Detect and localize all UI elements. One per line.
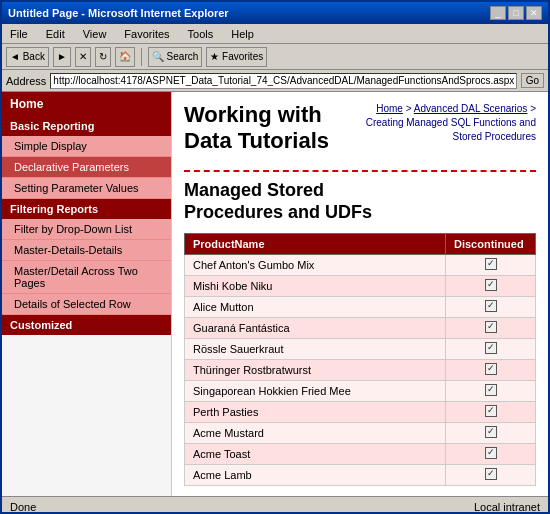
discontinued-cell <box>446 444 536 465</box>
product-name-cell: Perth Pasties <box>185 402 446 423</box>
discontinued-checkbox[interactable] <box>485 300 497 312</box>
window-title: Untitled Page - Microsoft Internet Explo… <box>8 7 229 19</box>
product-name-cell: Thüringer Rostbratwurst <box>185 360 446 381</box>
sidebar-item-master-detail-two-pages[interactable]: Master/Detail Across Two Pages <box>2 261 171 294</box>
refresh-button[interactable]: ↻ <box>95 47 111 67</box>
status-text: Done <box>10 501 36 513</box>
table-row: Rössle Sauerkraut <box>185 339 536 360</box>
sidebar-item-declarative-params[interactable]: Declarative Parameters <box>2 157 171 178</box>
sidebar-item-filter-dropdown[interactable]: Filter by Drop-Down List <box>2 219 171 240</box>
menu-help[interactable]: Help <box>227 27 258 41</box>
product-name-cell: Rössle Sauerkraut <box>185 339 446 360</box>
menu-bar: File Edit View Favorites Tools Help <box>2 24 548 44</box>
sidebar-home[interactable]: Home <box>2 92 171 116</box>
status-bar: Done Local intranet <box>2 496 548 514</box>
menu-view[interactable]: View <box>79 27 111 41</box>
back-button[interactable]: ◄ Back <box>6 47 49 67</box>
discontinued-checkbox[interactable] <box>485 321 497 333</box>
discontinued-cell <box>446 402 536 423</box>
product-name-cell: Acme Mustard <box>185 423 446 444</box>
close-button[interactable]: ✕ <box>526 6 542 20</box>
table-row: Acme Toast <box>185 444 536 465</box>
product-name-cell: Mishi Kobe Niku <box>185 276 446 297</box>
content-area: Working with Data Tutorials Home > Advan… <box>172 92 548 496</box>
sidebar-item-master-details[interactable]: Master-Details-Details <box>2 240 171 261</box>
product-name-cell: Acme Lamb <box>185 465 446 486</box>
sidebar-item-setting-params[interactable]: Setting Parameter Values <box>2 178 171 199</box>
breadcrumb-arrow2: > <box>530 103 536 114</box>
product-name-cell: Alice Mutton <box>185 297 446 318</box>
table-row: Perth Pasties <box>185 402 536 423</box>
discontinued-checkbox[interactable] <box>485 342 497 354</box>
discontinued-cell <box>446 318 536 339</box>
discontinued-cell <box>446 381 536 402</box>
menu-favorites[interactable]: Favorites <box>120 27 173 41</box>
window-controls[interactable]: _ □ ✕ <box>490 6 542 20</box>
sidebar-section-filtering: Filtering Reports <box>2 199 171 219</box>
product-name-cell: Guaraná Fantástica <box>185 318 446 339</box>
col-header-discontinued: Discontinued <box>446 234 536 255</box>
page-main-title: Managed Stored Procedures and UDFs <box>184 180 384 223</box>
discontinued-checkbox[interactable] <box>485 405 497 417</box>
discontinued-checkbox[interactable] <box>485 447 497 459</box>
discontinued-cell <box>446 465 536 486</box>
discontinued-cell <box>446 423 536 444</box>
table-row: Singaporean Hokkien Fried Mee <box>185 381 536 402</box>
product-name-cell: Acme Toast <box>185 444 446 465</box>
title-bar: Untitled Page - Microsoft Internet Explo… <box>2 2 548 24</box>
sidebar-item-simple-display[interactable]: Simple Display <box>2 136 171 157</box>
address-bar: Address Go <box>2 70 548 92</box>
sidebar-section-basic: Basic Reporting <box>2 116 171 136</box>
zone-text: Local intranet <box>474 501 540 513</box>
minimize-button[interactable]: _ <box>490 6 506 20</box>
discontinued-checkbox[interactable] <box>485 279 497 291</box>
products-table: ProductName Discontinued Chef Anton's Gu… <box>184 233 536 486</box>
breadcrumb-current: Creating Managed SQL Functions and Store… <box>366 117 536 142</box>
toolbar: ◄ Back ► ✕ ↻ 🏠 🔍 Search ★ Favorites <box>2 44 548 70</box>
breadcrumb-home[interactable]: Home <box>376 103 403 114</box>
go-button[interactable]: Go <box>521 73 544 88</box>
toolbar-separator <box>141 48 142 66</box>
favorites-button[interactable]: ★ Favorites <box>206 47 267 67</box>
discontinued-checkbox[interactable] <box>485 363 497 375</box>
discontinued-cell <box>446 360 536 381</box>
discontinued-checkbox[interactable] <box>485 468 497 480</box>
maximize-button[interactable]: □ <box>508 6 524 20</box>
table-row: Mishi Kobe Niku <box>185 276 536 297</box>
col-header-productname: ProductName <box>185 234 446 255</box>
discontinued-cell <box>446 276 536 297</box>
menu-tools[interactable]: Tools <box>184 27 218 41</box>
table-row: Chef Anton's Gumbo Mix <box>185 255 536 276</box>
breadcrumb: Home > Advanced DAL Scenarios > Creating… <box>356 102 536 144</box>
stop-button[interactable]: ✕ <box>75 47 91 67</box>
discontinued-checkbox[interactable] <box>485 384 497 396</box>
menu-edit[interactable]: Edit <box>42 27 69 41</box>
menu-file[interactable]: File <box>6 27 32 41</box>
sidebar-item-details-selected-row[interactable]: Details of Selected Row <box>2 294 171 315</box>
discontinued-checkbox[interactable] <box>485 258 497 270</box>
discontinued-cell <box>446 339 536 360</box>
table-row: Acme Mustard <box>185 423 536 444</box>
product-name-cell: Singaporean Hokkien Fried Mee <box>185 381 446 402</box>
sidebar: Home Basic Reporting Simple Display Decl… <box>2 92 172 496</box>
discontinued-cell <box>446 297 536 318</box>
table-row: Acme Lamb <box>185 465 536 486</box>
search-button[interactable]: 🔍 Search <box>148 47 202 67</box>
address-input[interactable] <box>50 73 516 89</box>
discontinued-cell <box>446 255 536 276</box>
sidebar-section-customized: Customized <box>2 315 171 335</box>
address-label: Address <box>6 75 46 87</box>
page-title: Working with Data Tutorials <box>184 102 356 154</box>
table-row: Thüringer Rostbratwurst <box>185 360 536 381</box>
table-row: Guaraná Fantástica <box>185 318 536 339</box>
forward-button[interactable]: ► <box>53 47 71 67</box>
home-browser-button[interactable]: 🏠 <box>115 47 135 67</box>
main-content: Home Basic Reporting Simple Display Decl… <box>2 92 548 496</box>
table-row: Alice Mutton <box>185 297 536 318</box>
breadcrumb-arrow1: > <box>406 103 412 114</box>
product-name-cell: Chef Anton's Gumbo Mix <box>185 255 446 276</box>
discontinued-checkbox[interactable] <box>485 426 497 438</box>
breadcrumb-section[interactable]: Advanced DAL Scenarios <box>414 103 528 114</box>
